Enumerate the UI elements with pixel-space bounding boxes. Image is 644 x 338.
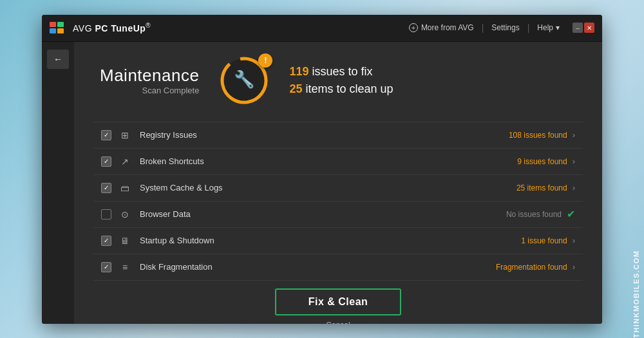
titlebar: AVG PC TuneUp® + More from AVG | Setting… (42, 15, 602, 42)
item-icon: ⊞ (118, 128, 132, 142)
app-title: AVG PC TuneUp® (73, 22, 151, 33)
fix-clean-button[interactable]: Fix & Clean (275, 288, 402, 315)
status-circle: 🔧 ! (218, 55, 270, 106)
issue-count-line: 119 issues to fix (289, 63, 393, 80)
list-item[interactable]: ⊙Browser DataNo issues found✔ (93, 202, 583, 228)
item-status: Fragmentation found (496, 263, 567, 272)
app-logo: AVG PC TuneUp® (50, 21, 151, 35)
cancel-link[interactable]: Cancel (326, 321, 350, 324)
plus-icon: + (409, 23, 418, 32)
item-name: Broken Shortcuts (140, 156, 517, 166)
page-title: Maintenance (100, 66, 199, 86)
item-name: System Cache & Logs (140, 183, 516, 192)
issue-count: 119 (289, 65, 308, 78)
item-icon: ≡ (118, 260, 132, 274)
item-checkbox[interactable] (101, 262, 111, 272)
titlebar-nav: + More from AVG | Settings | Help ▾ (402, 21, 566, 35)
page-subtitle: Scan Complete (100, 86, 199, 95)
sidebar: ← (42, 42, 74, 324)
item-name: Startup & Shutdown (140, 236, 521, 245)
check-green-icon: ✔ (567, 208, 575, 220)
content-area: ← Maintenance Scan Complete (42, 42, 602, 324)
clean-count-line: 25 items to clean up (289, 80, 393, 98)
item-checkbox[interactable] (101, 209, 111, 220)
arrow-right-icon: › (573, 262, 575, 272)
item-status: 25 items found (516, 183, 567, 192)
list-item[interactable]: ↗Broken Shortcuts9 issues found› (93, 149, 583, 175)
list-item[interactable]: ≡Disk FragmentationFragmentation found› (93, 254, 583, 281)
minimize-button[interactable]: – (573, 23, 583, 33)
clean-count: 25 (289, 82, 302, 95)
logo-sq-blue (50, 28, 56, 33)
status-badge: ! (258, 53, 272, 68)
list-item[interactable]: 🗃System Cache & Logs25 items found› (93, 175, 583, 202)
item-name: Disk Fragmentation (140, 262, 496, 272)
header-text: Maintenance Scan Complete (100, 66, 199, 95)
window-controls: – ✕ (573, 23, 594, 33)
more-from-avg-button[interactable]: + More from AVG (402, 21, 480, 35)
svg-text:🔧: 🔧 (234, 69, 255, 89)
item-checkbox[interactable] (101, 130, 111, 140)
item-status: 108 issues found (509, 131, 567, 140)
main-panel: Maintenance Scan Complete 🔧 ! (74, 42, 602, 324)
logo-sq-red (50, 22, 56, 27)
issue-summary: 119 issues to fix 25 items to clean up (289, 63, 393, 98)
arrow-right-icon: › (573, 156, 575, 166)
list-item[interactable]: 🖥Startup & Shutdown1 issue found› (93, 228, 583, 254)
item-icon: ⊙ (118, 207, 132, 221)
item-checkbox[interactable] (101, 183, 111, 193)
items-list: ⊞Registry Issues108 issues found›↗Broken… (93, 122, 583, 281)
item-status: 1 issue found (521, 236, 567, 245)
clean-label: items to clean up (302, 82, 393, 95)
watermark: THINKMOBILES.COM (632, 0, 640, 338)
header-section: Maintenance Scan Complete 🔧 ! (93, 55, 583, 106)
item-checkbox[interactable] (101, 236, 111, 246)
arrow-right-icon: › (573, 130, 575, 140)
item-status: No issues found (506, 210, 562, 219)
back-button[interactable]: ← (47, 50, 69, 69)
item-icon: ↗ (118, 155, 132, 169)
list-item[interactable]: ⊞Registry Issues108 issues found› (93, 122, 583, 149)
help-button[interactable]: Help ▾ (531, 21, 566, 35)
item-icon: 🗃 (118, 181, 132, 195)
item-status: 9 issues found (517, 157, 567, 166)
logo-sq-yellow (57, 28, 64, 33)
item-name: Registry Issues (140, 130, 509, 140)
item-checkbox[interactable] (101, 156, 111, 167)
avg-logo-icon (50, 21, 68, 35)
close-button[interactable]: ✕ (584, 23, 594, 33)
main-window: AVG PC TuneUp® + More from AVG | Setting… (42, 15, 602, 324)
issue-label: issues to fix (308, 65, 372, 78)
arrow-right-icon: › (573, 236, 575, 245)
item-icon: 🖥 (118, 234, 132, 248)
back-icon: ← (53, 54, 62, 64)
action-section: Fix & Clean Cancel (93, 288, 583, 324)
logo-sq-green (57, 22, 64, 27)
settings-button[interactable]: Settings (485, 21, 526, 35)
arrow-right-icon: › (573, 183, 575, 192)
item-name: Browser Data (140, 209, 506, 219)
